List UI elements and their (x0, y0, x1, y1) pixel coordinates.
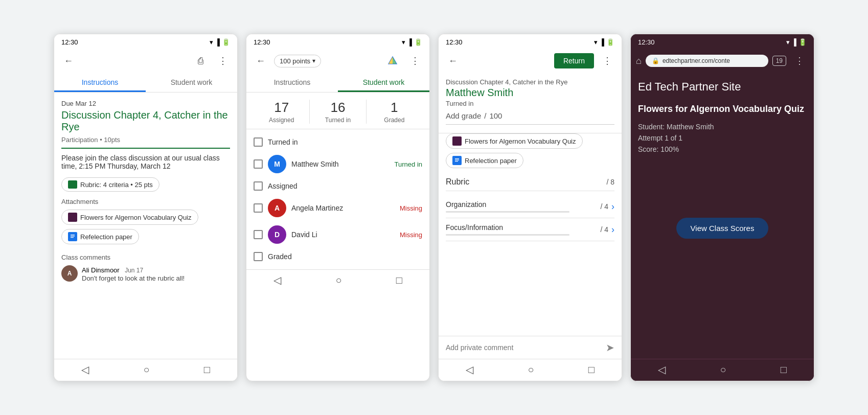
screen2-tab-instructions[interactable]: Instructions (246, 73, 338, 92)
screen2-home-nav-icon[interactable]: ○ (335, 274, 341, 286)
signal-icon2: ▐ (407, 38, 412, 46)
grade-label[interactable]: Add grade (446, 111, 481, 120)
signal-icon3: ▐ (600, 38, 604, 46)
rubric-item-left-focus: Focus/Information (446, 223, 600, 236)
due-date: Due Mar 12 (61, 100, 230, 107)
attachment1-label: Flowers for Algernon Vocabulary Quiz (80, 214, 192, 221)
screen3-status-bar: 12:30 ▾ ▐ 🔋 (439, 34, 622, 49)
avatar-angela: A (268, 199, 286, 217)
attachment2-chip[interactable]: Refelection paper (61, 229, 139, 244)
rubric-pts-org: / 4 (600, 202, 608, 211)
screen4-home-nav-icon[interactable]: ○ (720, 364, 726, 376)
screen3-attachment2-chip[interactable]: Refelection paper (446, 153, 523, 168)
return-button[interactable]: Return (554, 53, 594, 68)
student-name-david: David Li (291, 230, 395, 239)
points-label: 100 points (280, 57, 310, 65)
rubric-item-name-org: Organization (446, 200, 600, 209)
screen4-back-nav-icon[interactable]: ◁ (658, 363, 666, 376)
screen4-phone: 12:30 ▾ ▐ 🔋 ⌂ 🔒 edtechpartner.com/conte … (630, 34, 814, 381)
tab-instructions[interactable]: Instructions (54, 73, 146, 92)
home-icon[interactable]: ⌂ (636, 56, 642, 66)
avatar-matthew: M (268, 155, 286, 173)
home-nav-icon[interactable]: ○ (143, 364, 149, 376)
wifi-icon2: ▾ (402, 38, 405, 46)
student-row-matthew[interactable]: M Matthew Smith Turned in (254, 151, 422, 177)
share-button[interactable]: ⎙ (191, 52, 210, 70)
status-david: Missing (400, 231, 422, 239)
student-row-david[interactable]: D David Li Missing (254, 221, 422, 248)
doc-icon (68, 232, 77, 241)
points-chip[interactable]: 100 points ▾ (274, 55, 321, 67)
browser-url-bar[interactable]: 🔒 edtechpartner.com/conte (646, 55, 768, 67)
view-class-scores-button[interactable]: View Class Scores (676, 218, 769, 239)
student-list: Turned in M Matthew Smith Turned in Assi… (246, 129, 429, 269)
rubric-title-row: Rubric / 8 (446, 177, 614, 191)
commenter-date: Jun 17 (125, 267, 143, 274)
screen4-recents-nav-icon[interactable]: □ (781, 364, 787, 376)
stat-assigned: 17 Assigned (254, 100, 310, 124)
section-graded-label: Graded (268, 252, 292, 261)
commenter-text: Don't forget to look at the rubric all! (82, 274, 230, 282)
back-nav-icon[interactable]: ◁ (81, 363, 89, 376)
student-row-angela[interactable]: A Angela Martinez Missing (254, 195, 422, 221)
stat-assigned-num: 17 (258, 100, 305, 116)
rubric-icon (68, 180, 77, 189)
checkbox-matthew[interactable] (254, 159, 263, 169)
screen3-home-nav-icon[interactable]: ○ (528, 364, 534, 376)
svg-rect-2 (71, 237, 74, 238)
section-graded: Graded (254, 248, 422, 265)
quiz-title: Flowers for Algernon Vocabulary Quiz (638, 104, 807, 114)
drive-button[interactable] (383, 52, 402, 70)
rubric-item-organization[interactable]: Organization / 4 › (446, 195, 614, 218)
rubric-item-right-org: / 4 › (600, 201, 614, 212)
screen3-back-button[interactable]: ← (444, 52, 462, 70)
screen2-back-nav-icon[interactable]: ◁ (273, 274, 281, 286)
screen3-more-button[interactable]: ⋮ (598, 52, 616, 70)
attachment1-chip[interactable]: Flowers for Algernon Vocabulary Quiz (61, 210, 198, 225)
stats-row: 17 Assigned 16 Turned in 1 Graded (246, 93, 429, 129)
screen4-more-button[interactable]: ⋮ (790, 52, 809, 70)
rubric-item-focus[interactable]: Focus/Information / 4 › (446, 218, 614, 241)
lock-icon: 🔒 (652, 57, 659, 64)
screen2-recents-nav-icon[interactable]: □ (396, 274, 402, 286)
screen1-phone: 12:30 ▾ ▐ 🔋 ← ⎙ ⋮ Instructions Student w… (54, 34, 238, 381)
browser-url: edtechpartner.com/conte (663, 57, 730, 64)
checkbox-david[interactable] (254, 230, 263, 239)
screen4-time: 12:30 (638, 38, 655, 46)
screen3-recents-nav-icon[interactable]: □ (588, 364, 595, 376)
screen1-tabs: Instructions Student work (54, 73, 237, 93)
checkbox-angela[interactable] (254, 203, 263, 213)
wifi-icon3: ▾ (594, 38, 598, 46)
student-detail-header: Discussion Chapter 4, Catcher in the Rye… (439, 73, 622, 133)
screen2-more-button[interactable]: ⋮ (406, 52, 424, 70)
screen3-back-nav-icon[interactable]: ◁ (466, 363, 473, 376)
rubric-chip[interactable]: Rubric: 4 criteria • 25 pts (61, 177, 159, 192)
battery-icon4: 🔋 (798, 38, 807, 46)
rubric-pts-focus: / 4 (600, 225, 608, 234)
svg-rect-8 (455, 160, 459, 160)
checkbox-graded[interactable] (254, 252, 263, 261)
send-icon[interactable]: ➤ (606, 341, 614, 354)
private-comment-input[interactable] (446, 343, 606, 352)
browser-tab-count[interactable]: 19 (772, 56, 786, 66)
screen3-attachment1-chip[interactable]: Flowers for Algernon Vocabulary Quiz (446, 133, 583, 149)
rubric-item-left-org: Organization (446, 200, 600, 213)
svg-rect-1 (71, 236, 75, 237)
back-button[interactable]: ← (59, 52, 78, 70)
tab-student-work[interactable]: Student work (146, 73, 237, 92)
attachments-label: Attachments (61, 198, 230, 205)
screen2-tab-student-work[interactable]: Student work (338, 73, 429, 92)
more-button[interactable]: ⋮ (214, 52, 232, 70)
checkbox-turned-in[interactable] (254, 137, 263, 147)
student-name-big: Matthew Smith (446, 87, 614, 99)
assignment-sub: Participation • 10pts (61, 136, 230, 144)
wifi-icon4: ▾ (786, 38, 790, 46)
status-matthew: Turned in (395, 160, 422, 168)
wifi-icon: ▾ (210, 38, 213, 46)
screen2-back-button[interactable]: ← (252, 52, 270, 70)
checkbox-assigned[interactable] (254, 181, 263, 191)
quiz-icon (68, 213, 77, 222)
green-divider (61, 148, 230, 149)
recents-nav-icon[interactable]: □ (204, 364, 210, 376)
dropdown-arrow: ▾ (312, 57, 315, 64)
